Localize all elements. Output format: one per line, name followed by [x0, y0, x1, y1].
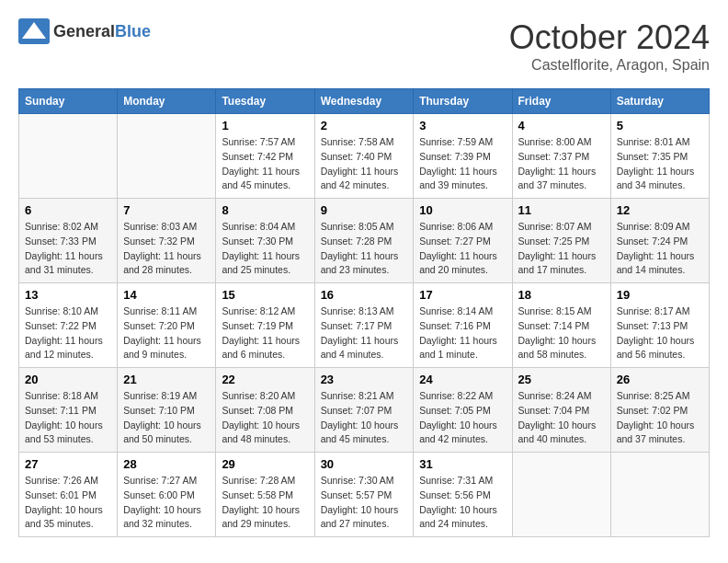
day-number: 3 [419, 119, 506, 132]
calendar-day-cell: 17Sunrise: 8:14 AM Sunset: 7:16 PM Dayli… [414, 283, 512, 368]
day-of-week-header: Sunday [19, 89, 118, 114]
day-number: 8 [222, 203, 308, 217]
calendar-day-cell: 21Sunrise: 8:19 AM Sunset: 7:10 PM Dayli… [118, 368, 216, 453]
day-number: 1 [222, 119, 308, 132]
calendar-day-cell: 13Sunrise: 8:10 AM Sunset: 7:22 PM Dayli… [19, 283, 118, 368]
day-number: 6 [25, 203, 111, 217]
day-detail: Sunrise: 8:24 AM Sunset: 7:04 PM Dayligh… [518, 389, 605, 447]
day-detail: Sunrise: 8:11 AM Sunset: 7:20 PM Dayligh… [123, 304, 210, 362]
day-number: 31 [419, 457, 506, 471]
logo-icon [18, 18, 50, 44]
day-detail: Sunrise: 8:06 AM Sunset: 7:27 PM Dayligh… [419, 220, 506, 278]
day-detail: Sunrise: 8:15 AM Sunset: 7:14 PM Dayligh… [518, 304, 605, 362]
calendar-day-cell: 25Sunrise: 8:24 AM Sunset: 7:04 PM Dayli… [512, 368, 610, 453]
day-number: 17 [419, 288, 506, 302]
day-detail: Sunrise: 8:12 AM Sunset: 7:19 PM Dayligh… [222, 304, 308, 362]
day-number: 23 [321, 373, 408, 386]
day-detail: Sunrise: 7:27 AM Sunset: 6:00 PM Dayligh… [123, 474, 210, 532]
day-number: 20 [25, 373, 111, 386]
day-number: 2 [321, 119, 408, 132]
day-detail: Sunrise: 7:59 AM Sunset: 7:39 PM Dayligh… [419, 135, 506, 193]
calendar-day-cell: 14Sunrise: 8:11 AM Sunset: 7:20 PM Dayli… [118, 283, 216, 368]
logo: GeneralBlue [18, 18, 151, 44]
day-detail: Sunrise: 7:30 AM Sunset: 5:57 PM Dayligh… [321, 474, 408, 532]
calendar-week-row: 13Sunrise: 8:10 AM Sunset: 7:22 PM Dayli… [19, 283, 710, 368]
calendar-day-cell: 27Sunrise: 7:26 AM Sunset: 6:01 PM Dayli… [19, 453, 118, 537]
calendar-day-cell [610, 453, 709, 537]
day-of-week-header: Friday [512, 89, 610, 114]
calendar-day-cell: 30Sunrise: 7:30 AM Sunset: 5:57 PM Dayli… [314, 453, 414, 537]
day-detail: Sunrise: 8:22 AM Sunset: 7:05 PM Dayligh… [419, 389, 506, 447]
day-number: 21 [123, 373, 210, 386]
calendar-day-cell: 7Sunrise: 8:03 AM Sunset: 7:32 PM Daylig… [118, 199, 216, 283]
day-number: 4 [518, 119, 605, 132]
calendar-body: 1Sunrise: 7:57 AM Sunset: 7:42 PM Daylig… [19, 114, 710, 537]
day-detail: Sunrise: 8:25 AM Sunset: 7:02 PM Dayligh… [617, 389, 703, 447]
calendar-day-cell: 20Sunrise: 8:18 AM Sunset: 7:11 PM Dayli… [19, 368, 118, 453]
day-number: 7 [123, 203, 210, 217]
day-number: 28 [123, 457, 210, 471]
day-number: 22 [222, 373, 308, 386]
location-title: Castelflorite, Aragon, Spain [509, 57, 710, 74]
calendar-header-row: SundayMondayTuesdayWednesdayThursdayFrid… [19, 89, 710, 114]
day-detail: Sunrise: 8:09 AM Sunset: 7:24 PM Dayligh… [617, 220, 703, 278]
day-number: 14 [123, 288, 210, 302]
day-of-week-header: Wednesday [314, 89, 414, 114]
calendar-day-cell: 18Sunrise: 8:15 AM Sunset: 7:14 PM Dayli… [512, 283, 610, 368]
day-of-week-header: Tuesday [216, 89, 314, 114]
calendar-day-cell: 3Sunrise: 7:59 AM Sunset: 7:39 PM Daylig… [414, 114, 512, 199]
day-detail: Sunrise: 7:26 AM Sunset: 6:01 PM Dayligh… [25, 474, 111, 532]
day-detail: Sunrise: 7:31 AM Sunset: 5:56 PM Dayligh… [419, 474, 506, 532]
day-detail: Sunrise: 8:01 AM Sunset: 7:35 PM Dayligh… [617, 135, 703, 193]
calendar-day-cell: 24Sunrise: 8:22 AM Sunset: 7:05 PM Dayli… [414, 368, 512, 453]
calendar-week-row: 27Sunrise: 7:26 AM Sunset: 6:01 PM Dayli… [19, 453, 710, 537]
calendar-day-cell: 31Sunrise: 7:31 AM Sunset: 5:56 PM Dayli… [414, 453, 512, 537]
calendar-day-cell: 29Sunrise: 7:28 AM Sunset: 5:58 PM Dayli… [216, 453, 314, 537]
title-block: October 2024 Castelflorite, Aragon, Spai… [509, 18, 710, 74]
calendar-day-cell: 26Sunrise: 8:25 AM Sunset: 7:02 PM Dayli… [610, 368, 709, 453]
day-detail: Sunrise: 7:58 AM Sunset: 7:40 PM Dayligh… [321, 135, 408, 193]
day-number: 18 [518, 288, 605, 302]
day-detail: Sunrise: 8:18 AM Sunset: 7:11 PM Dayligh… [25, 389, 111, 447]
calendar-week-row: 20Sunrise: 8:18 AM Sunset: 7:11 PM Dayli… [19, 368, 710, 453]
day-number: 19 [617, 288, 703, 302]
day-detail: Sunrise: 8:13 AM Sunset: 7:17 PM Dayligh… [321, 304, 408, 362]
day-number: 30 [321, 457, 408, 471]
day-detail: Sunrise: 8:00 AM Sunset: 7:37 PM Dayligh… [518, 135, 605, 193]
logo-blue-text: Blue [115, 22, 151, 40]
calendar-week-row: 6Sunrise: 8:02 AM Sunset: 7:33 PM Daylig… [19, 199, 710, 283]
calendar-day-cell: 19Sunrise: 8:17 AM Sunset: 7:13 PM Dayli… [610, 283, 709, 368]
day-detail: Sunrise: 8:04 AM Sunset: 7:30 PM Dayligh… [222, 220, 308, 278]
day-number: 27 [25, 457, 111, 471]
calendar-day-cell: 5Sunrise: 8:01 AM Sunset: 7:35 PM Daylig… [610, 114, 709, 199]
day-of-week-header: Monday [118, 89, 216, 114]
day-number: 29 [222, 457, 308, 471]
calendar-table: SundayMondayTuesdayWednesdayThursdayFrid… [18, 88, 710, 537]
day-number: 26 [617, 373, 703, 386]
day-detail: Sunrise: 8:03 AM Sunset: 7:32 PM Dayligh… [123, 220, 210, 278]
day-detail: Sunrise: 8:20 AM Sunset: 7:08 PM Dayligh… [222, 389, 308, 447]
day-detail: Sunrise: 8:02 AM Sunset: 7:33 PM Dayligh… [25, 220, 111, 278]
day-detail: Sunrise: 8:21 AM Sunset: 7:07 PM Dayligh… [321, 389, 408, 447]
day-number: 12 [617, 203, 703, 217]
logo-general-text: General [53, 22, 115, 40]
day-of-week-header: Thursday [414, 89, 512, 114]
calendar-day-cell: 16Sunrise: 8:13 AM Sunset: 7:17 PM Dayli… [314, 283, 414, 368]
calendar-day-cell: 1Sunrise: 7:57 AM Sunset: 7:42 PM Daylig… [216, 114, 314, 199]
day-number: 25 [518, 373, 605, 386]
day-detail: Sunrise: 8:17 AM Sunset: 7:13 PM Dayligh… [617, 304, 703, 362]
day-number: 9 [321, 203, 408, 217]
day-detail: Sunrise: 7:57 AM Sunset: 7:42 PM Dayligh… [222, 135, 308, 193]
calendar-day-cell: 4Sunrise: 8:00 AM Sunset: 7:37 PM Daylig… [512, 114, 610, 199]
calendar-day-cell [118, 114, 216, 199]
calendar-day-cell [19, 114, 118, 199]
day-detail: Sunrise: 8:14 AM Sunset: 7:16 PM Dayligh… [419, 304, 506, 362]
day-number: 13 [25, 288, 111, 302]
day-detail: Sunrise: 8:07 AM Sunset: 7:25 PM Dayligh… [518, 220, 605, 278]
day-of-week-header: Saturday [610, 89, 709, 114]
calendar-day-cell: 15Sunrise: 8:12 AM Sunset: 7:19 PM Dayli… [216, 283, 314, 368]
page-header: GeneralBlue October 2024 Castelflorite, … [18, 18, 710, 74]
calendar-day-cell: 22Sunrise: 8:20 AM Sunset: 7:08 PM Dayli… [216, 368, 314, 453]
calendar-day-cell: 23Sunrise: 8:21 AM Sunset: 7:07 PM Dayli… [314, 368, 414, 453]
calendar-day-cell: 6Sunrise: 8:02 AM Sunset: 7:33 PM Daylig… [19, 199, 118, 283]
